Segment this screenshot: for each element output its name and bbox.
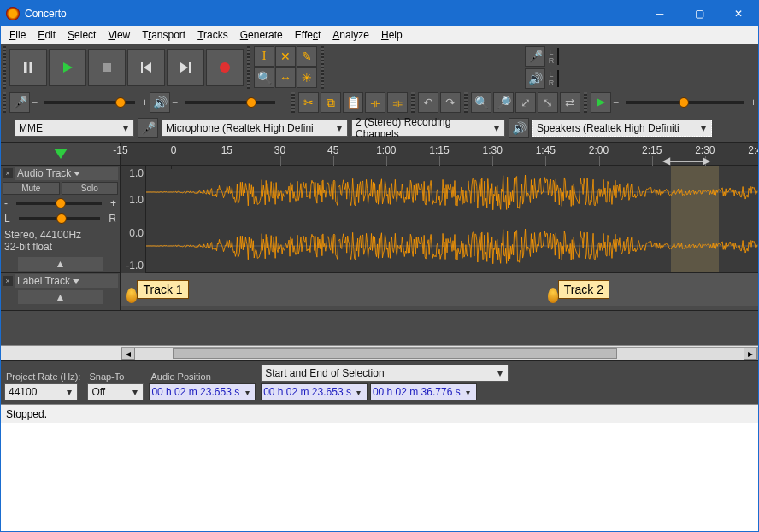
toolbar-grip[interactable]	[411, 92, 415, 113]
silence-icon[interactable]: ⟚	[387, 92, 408, 113]
svg-marker-2	[63, 62, 73, 73]
edit-toolbar: ✂ ⧉ 📋 ⟛ ⟚	[297, 91, 409, 114]
pause-button[interactable]	[9, 49, 47, 86]
speaker-meter-icon[interactable]: 🔊	[525, 68, 545, 89]
pan-slider[interactable]: L R	[1, 211, 120, 226]
fit-selection-icon[interactable]: ⤢	[515, 92, 536, 113]
toolbar-grip[interactable]	[584, 92, 587, 113]
audio-position-field[interactable]: 00 h 02 m 23.653 s▾	[149, 383, 256, 400]
maximize-button[interactable]: ▢	[680, 1, 719, 26]
selection-mode-combo[interactable]: Start and End of Selection▾	[261, 365, 509, 382]
copy-icon[interactable]: ⧉	[321, 92, 341, 113]
label-track-body[interactable]: Track 1Track 2	[121, 273, 758, 306]
play-at-speed-button[interactable]	[591, 92, 611, 113]
menu-transport[interactable]: Transport	[137, 27, 191, 43]
gain-slider[interactable]: - +	[1, 196, 120, 211]
toolbar-grip[interactable]	[3, 46, 6, 89]
close-button[interactable]: ✕	[719, 1, 758, 26]
playback-meter[interactable]: -57-54-51-48-45-42-39-36-33-30-27-24-21-…	[557, 70, 559, 87]
label-flag[interactable]: Track 1	[126, 276, 188, 303]
mic-meter-icon[interactable]: 🎤	[525, 46, 545, 67]
playback-device-combo[interactable]: Speakers (Realtek High Definiti▾	[532, 120, 712, 137]
selection-start-field[interactable]: 00 h 02 m 23.653 s▾	[261, 383, 368, 400]
label-pin-icon[interactable]	[548, 288, 558, 303]
waveform-left[interactable]	[146, 166, 758, 219]
trim-icon[interactable]: ⟛	[365, 92, 385, 113]
svg-rect-0	[24, 62, 27, 73]
recording-device-combo[interactable]: Microphone (Realtek High Defini▾	[162, 120, 348, 137]
label-text[interactable]: Track 2	[558, 280, 609, 299]
zoom-tool-icon[interactable]: 🔍	[254, 67, 274, 88]
zoom-toolbar: 🔍 🔎 ⤢ ⤡ ⇄	[469, 91, 582, 114]
draw-tool-icon[interactable]: ✎	[297, 46, 317, 67]
selection-bar: Project Rate (Hz): 44100▾ Snap-To Off▾ A…	[1, 360, 758, 404]
paste-icon[interactable]: 📋	[343, 92, 363, 113]
toolbar-grip[interactable]	[321, 46, 324, 89]
project-rate-combo[interactable]: 44100▾	[4, 383, 78, 400]
cut-icon[interactable]: ✂	[298, 92, 319, 113]
scroll-right-icon[interactable]: ▸	[744, 348, 757, 360]
zoom-out-icon[interactable]: 🔎	[493, 92, 514, 113]
label-flag[interactable]: Track 2	[548, 276, 609, 303]
menu-analyze[interactable]: Analyze	[327, 27, 374, 43]
recording-volume-slider[interactable]	[44, 101, 135, 104]
svg-marker-5	[144, 62, 151, 73]
track-collapse-button[interactable]: ▲	[18, 257, 103, 271]
selection-end-field[interactable]: 00 h 02 m 36.776 s▾	[370, 383, 477, 400]
track-close-button[interactable]: ×	[3, 168, 13, 178]
skip-end-button[interactable]	[167, 49, 204, 86]
audio-host-combo[interactable]: MME▾	[15, 120, 134, 137]
menu-file[interactable]: File	[4, 27, 31, 43]
skip-start-button[interactable]	[127, 49, 165, 86]
timeshift-tool-icon[interactable]: ↔	[275, 67, 296, 88]
menu-select[interactable]: Select	[62, 27, 101, 43]
label-pin-icon[interactable]	[126, 288, 137, 303]
monitor-hint[interactable]: Click to Start Monitoring	[557, 50, 559, 65]
envelope-tool-icon[interactable]: ✕	[275, 46, 296, 67]
scroll-left-icon[interactable]: ◂	[121, 348, 135, 360]
redo-icon[interactable]: ↷	[440, 92, 461, 113]
track-collapse-button[interactable]: ▲	[18, 290, 103, 304]
playhead-icon[interactable]	[54, 149, 68, 159]
menu-tracks[interactable]: Tracks	[192, 27, 233, 43]
menu-edit[interactable]: Edit	[32, 27, 61, 43]
menu-generate[interactable]: Generate	[235, 27, 288, 43]
multi-tool-icon[interactable]: ✳	[297, 67, 317, 88]
playback-volume-slider[interactable]	[185, 101, 275, 104]
undo-icon[interactable]: ↶	[418, 92, 438, 113]
solo-button[interactable]: Solo	[62, 182, 119, 195]
timeline-ruler[interactable]: -1501530451:001:151:301:452:002:152:302:…	[1, 142, 758, 166]
empty-track-area[interactable]	[1, 311, 758, 345]
play-button[interactable]	[49, 49, 86, 86]
toolbar-grip[interactable]	[3, 92, 6, 113]
horizontal-scrollbar[interactable]: ◂ ▸	[121, 347, 758, 360]
snap-to-combo[interactable]: Off▾	[87, 383, 144, 400]
selection-tool-icon[interactable]: I	[254, 46, 274, 67]
record-button[interactable]	[206, 49, 244, 86]
zoom-in-icon[interactable]: 🔍	[471, 92, 491, 113]
svg-marker-6	[180, 62, 188, 73]
label-text[interactable]: Track 1	[137, 280, 188, 299]
fit-project-icon[interactable]: ⤡	[538, 92, 558, 113]
toolbar-grip[interactable]	[464, 92, 468, 113]
playback-speed-slider[interactable]	[626, 101, 744, 104]
recording-meter[interactable]: -57-54-51-48-45-42-39-36-33-30-27-24-21-…	[557, 48, 559, 65]
scrollbar-thumb[interactable]	[173, 348, 618, 359]
minimize-button[interactable]: ─	[640, 1, 680, 26]
menu-view[interactable]: View	[103, 27, 135, 43]
track-close-button[interactable]: ×	[3, 276, 13, 286]
track-menu-button[interactable]: Audio Track	[15, 167, 118, 180]
toolbar-grip[interactable]	[291, 92, 295, 113]
waveform-right[interactable]	[146, 219, 758, 272]
track-vscale[interactable]: 1.00.0-1.0	[121, 166, 146, 247]
zoom-toggle-icon[interactable]: ⇄	[560, 92, 580, 113]
undo-toolbar: ↶ ↷	[416, 91, 462, 114]
menu-help[interactable]: Help	[376, 27, 408, 43]
track-menu-button[interactable]: Label Track	[15, 274, 118, 288]
mute-button[interactable]: Mute	[3, 182, 60, 195]
menu-effect[interactable]: Effect	[290, 27, 326, 43]
track-format: Stereo, 44100Hz 32-bit float	[1, 226, 120, 255]
toolbar-grip[interactable]	[247, 46, 250, 89]
recording-channels-combo[interactable]: 2 (Stereo) Recording Channels▾	[351, 120, 505, 137]
stop-button[interactable]	[88, 49, 126, 86]
